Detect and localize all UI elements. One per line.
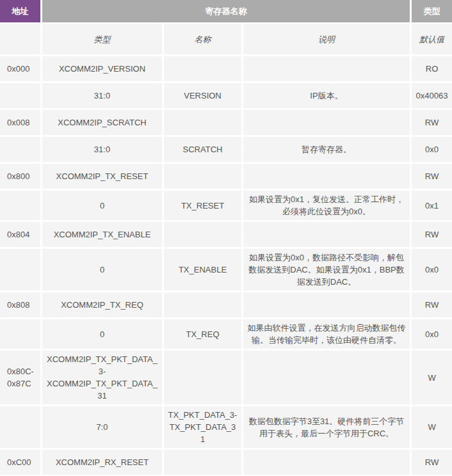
table-header-row: 地址 寄存器名称 类型 — [0, 0, 452, 22]
name-cell — [164, 56, 241, 81]
register-name-cell: XCOMM2IP_TX_REQ — [42, 292, 162, 317]
bit-range-cell: 31:0 — [42, 83, 162, 108]
address-cell: 0x80C-0x87C — [0, 351, 40, 404]
default-value-cell: 0x0 — [412, 319, 452, 349]
register-name-cell: XCOMM2IP_TX_PKT_DATA_3-XCOMM2IP_TX_PKT_D… — [42, 351, 162, 404]
name-cell: TX_PKT_DATA_3-TX_PKT_DATA_31 — [164, 406, 241, 448]
description-cell: 如果由软件设置，在发送方向启动数据包传输。当传输完毕时，该位由硬件自清零。 — [243, 319, 410, 349]
subheader-name: 名称 — [164, 24, 241, 54]
register-map-table: 地址 寄存器名称 类型 类型 名称 说明 默认值 0x000 XCOMM2IP_… — [0, 0, 452, 476]
description-cell: 暂存寄存器。 — [243, 137, 410, 162]
register-row: 0x80C-0x87C XCOMM2IP_TX_PKT_DATA_3-XCOMM… — [0, 351, 452, 404]
bit-range-cell: 31:0 — [42, 137, 162, 162]
address-cell — [0, 406, 40, 448]
bit-field-row: 31:0 VERSION IP版本。 0x40063 — [0, 83, 452, 108]
subheader-empty-cell — [0, 24, 40, 54]
address-cell: 0xC00 — [0, 450, 40, 475]
subheader-default: 默认值 — [412, 24, 452, 54]
description-cell — [243, 56, 410, 81]
address-cell: 0x808 — [0, 292, 40, 317]
address-cell: 0x800 — [0, 164, 40, 189]
bit-range-cell: 0 — [42, 319, 162, 349]
default-value-cell: 0x1 — [412, 191, 452, 220]
bit-field-row: 0 TX_ENABLE 如果设置为0x0，数据路径不受影响，解包数据发送到DAC… — [0, 249, 452, 290]
address-cell: 0x008 — [0, 110, 40, 135]
col-header-type: 类型 — [412, 0, 452, 22]
register-row: 0x804 XCOMM2IP_TX_ENABLE RW — [0, 222, 452, 247]
default-value-cell: 0x40063 — [412, 83, 452, 108]
register-name-cell: XCOMM2IP_TX_RESET — [42, 164, 162, 189]
name-cell: TX_REQ — [164, 319, 241, 349]
register-name-cell: XCOMM2IP_VERSION — [42, 56, 162, 81]
access-type-cell: W — [412, 351, 452, 404]
description-cell — [243, 222, 410, 247]
access-type-cell: RW — [412, 292, 452, 317]
bit-field-row: 31:0 SCRATCH 暂存寄存器。 0x0 — [0, 137, 452, 162]
col-header-register-name: 寄存器名称 — [42, 0, 410, 22]
name-cell: SCRATCH — [164, 137, 241, 162]
name-cell — [164, 450, 241, 475]
description-cell — [243, 351, 410, 404]
default-value-cell: W — [412, 406, 452, 448]
bit-field-row: 0 TX_REQ 如果由软件设置，在发送方向启动数据包传输。当传输完毕时，该位由… — [0, 319, 452, 349]
register-row: 0x808 XCOMM2IP_TX_REQ RW — [0, 292, 452, 317]
access-type-cell: RO — [412, 56, 452, 81]
bit-range-cell: 0 — [42, 249, 162, 290]
address-cell — [0, 137, 40, 162]
register-row: 0xC00 XCOMM2IP_RX_RESET RW — [0, 450, 452, 475]
name-cell — [164, 222, 241, 247]
register-row: 0x800 XCOMM2IP_TX_RESET RW — [0, 164, 452, 189]
bit-field-row: 7:0 TX_PKT_DATA_3-TX_PKT_DATA_31 数据包数据字节… — [0, 406, 452, 448]
register-name-cell: XCOMM2IP_SCRATCH — [42, 110, 162, 135]
register-name-cell: XCOMM2IP_RX_RESET — [42, 450, 162, 475]
bit-field-row: 0 TX_RESET 如果设置为0x1，复位发送。正常工作时，必须将此位设置为0… — [0, 191, 452, 220]
col-header-address: 地址 — [0, 0, 40, 22]
access-type-cell: RW — [412, 450, 452, 475]
bit-range-cell: 0 — [42, 191, 162, 220]
name-cell: TX_RESET — [164, 191, 241, 220]
subheader-type: 类型 — [42, 24, 162, 54]
address-cell — [0, 249, 40, 290]
description-cell — [243, 292, 410, 317]
description-cell: 如果设置为0x0，数据路径不受影响，解包数据发送到DAC。如果设置为0x1，BB… — [243, 249, 410, 290]
name-cell: TX_ENABLE — [164, 249, 241, 290]
address-cell: 0x804 — [0, 222, 40, 247]
access-type-cell: RW — [412, 222, 452, 247]
register-name-cell: XCOMM2IP_TX_ENABLE — [42, 222, 162, 247]
subheader-description: 说明 — [243, 24, 410, 54]
table-subheader-row: 类型 名称 说明 默认值 — [0, 24, 452, 54]
name-cell: VERSION — [164, 83, 241, 108]
register-row: 0x000 XCOMM2IP_VERSION RO — [0, 56, 452, 81]
description-cell — [243, 450, 410, 475]
description-cell: 数据包数据字节3至31。硬件将前三个字节用于表头，最后一个字节用于CRC。 — [243, 406, 410, 448]
bit-range-cell: 7:0 — [42, 406, 162, 448]
description-cell — [243, 110, 410, 135]
description-cell: IP版本。 — [243, 83, 410, 108]
description-cell — [243, 164, 410, 189]
default-value-cell: 0x0 — [412, 249, 452, 290]
name-cell — [164, 164, 241, 189]
address-cell: 0x000 — [0, 56, 40, 81]
name-cell — [164, 110, 241, 135]
access-type-cell: RW — [412, 110, 452, 135]
access-type-cell: RW — [412, 164, 452, 189]
description-cell: 如果设置为0x1，复位发送。正常工作时，必须将此位设置为0x0。 — [243, 191, 410, 220]
address-cell — [0, 319, 40, 349]
name-cell — [164, 292, 241, 317]
register-map-table-view: 地址 寄存器名称 类型 类型 名称 说明 默认值 0x000 XCOMM2IP_… — [0, 0, 452, 476]
default-value-cell: 0x0 — [412, 137, 452, 162]
register-row: 0x008 XCOMM2IP_SCRATCH RW — [0, 110, 452, 135]
address-cell — [0, 191, 40, 220]
address-cell — [0, 83, 40, 108]
name-cell — [164, 351, 241, 404]
